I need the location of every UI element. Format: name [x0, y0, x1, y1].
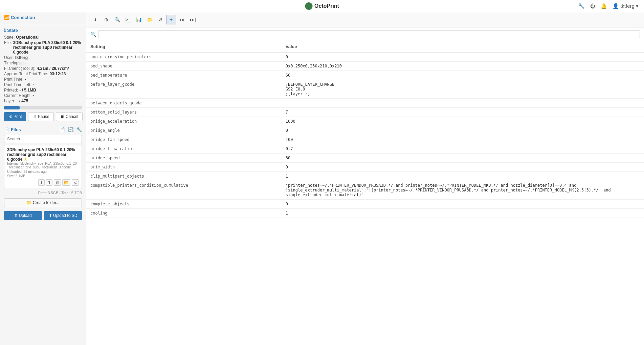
setting-name: cooling	[86, 209, 282, 218]
refresh-icon[interactable]: 🔄	[68, 127, 73, 132]
end-icon[interactable]: ⏭|	[188, 15, 198, 24]
table-row: brim_width0	[86, 163, 644, 172]
brand-name: OctoPrint	[314, 3, 339, 9]
skip-back-icon[interactable]: ⏭	[177, 15, 187, 24]
setting-name: bottom_solid_layers	[86, 108, 282, 117]
slicing-icon[interactable]: ✦	[166, 15, 176, 24]
setting-value: 0.7	[282, 144, 644, 154]
table-row: clip_multipart_objects1	[86, 172, 644, 181]
print-file-icon[interactable]: 🖨	[72, 179, 79, 186]
storage-info: Free: 3.5GB / Total: 5.7GB	[0, 189, 86, 196]
setting-value: 60	[282, 71, 644, 80]
table-row: bed_temperature60	[86, 71, 644, 80]
terminal-icon[interactable]: >_	[123, 15, 133, 24]
current-height-label: Current Height:	[4, 93, 31, 98]
progress-bar-inner	[4, 106, 20, 109]
files-tab-icon[interactable]: 📁	[145, 15, 155, 24]
search-wrap	[0, 134, 86, 145]
delete-icon[interactable]: 🗑	[54, 179, 61, 186]
table-row: bridge_angle0	[86, 126, 644, 135]
table-row: compatible_printers_condition_cumulative…	[86, 181, 644, 200]
cancel-button[interactable]: ⏹ Cancel	[56, 112, 83, 121]
state-row-filament: Filament (Tool 0): 4.21m / 29.77cm³	[4, 66, 82, 71]
file-item-uploaded: Uploaded: 31 minutes ago	[7, 170, 79, 174]
setting-name: bridge_flow_ratio	[86, 144, 282, 154]
user-value: tktferg	[15, 55, 28, 60]
timelapse-icon[interactable]: 📊	[134, 15, 144, 24]
temperature-icon[interactable]: 🌡	[90, 15, 101, 24]
state-label: State:	[4, 35, 15, 40]
setting-name: bridge_speed	[86, 154, 282, 163]
table-row: bottom_solid_layers7	[86, 108, 644, 117]
control-icon[interactable]: ⊕	[101, 15, 111, 24]
print-time-left-label: Print Time Left:	[4, 82, 31, 87]
state-row-layer: Layer: - / 475	[4, 99, 82, 103]
wrench-icon[interactable]: 🔧	[578, 3, 585, 9]
setting-value: 30	[282, 154, 644, 163]
setting-name: bridge_acceleration	[86, 117, 282, 126]
settings-table: Setting Value avoid_crossing_perimeters0…	[86, 41, 644, 218]
right-search-input[interactable]	[98, 30, 640, 38]
setting-name: bridge_angle	[86, 126, 282, 135]
file-value: 3DBenchy spe PLA 235c60 0.1 20% rectilin…	[13, 40, 82, 55]
create-folder-wrap: 📁 Create folder...	[0, 196, 86, 209]
progress-bar	[4, 106, 82, 109]
setting-value: 0	[282, 200, 644, 209]
user-menu[interactable]: 👤 tktferg ▾	[613, 3, 639, 9]
setting-value: 0	[282, 163, 644, 172]
print-controls: 🖨 Print ⏸ Pause ⏹ Cancel	[4, 112, 82, 121]
cancel-icon: ⏹	[60, 114, 64, 119]
setting-value	[282, 99, 644, 108]
print-time-label: Print Time:	[4, 77, 23, 82]
file-item-path: Internal: 3DBenchy_spe_PLA_235c60_0.1_20…	[7, 162, 79, 169]
setting-value: 7	[282, 108, 644, 117]
top-nav-right: 🔧 ⏻ 🔔 👤 tktferg ▾	[578, 3, 639, 9]
gcodeviewer-icon[interactable]: 🔍	[112, 15, 122, 24]
bell-icon[interactable]: 🔔	[601, 3, 607, 9]
setting-name: avoid_crossing_perimeters	[86, 52, 282, 62]
right-search: 🔍	[86, 27, 644, 41]
print-icon: 🖨	[8, 114, 12, 119]
table-row: between_objects_gcode	[86, 99, 644, 108]
file-list: 3DBenchy spe PLA 235c60 0.1 20% rectilin…	[0, 145, 86, 188]
print-time-left-value: -	[33, 82, 34, 87]
layer-label: Layer:	[4, 99, 15, 103]
files-icon: 📄	[4, 127, 9, 132]
pause-icon: ⏸	[32, 114, 37, 119]
approx-value: 03:12:23	[50, 72, 66, 76]
setting-value: "printer_notes=~/.*PRINTER_VENDOR_PRUSA3…	[282, 181, 644, 200]
files-title: 📄 Files	[4, 127, 21, 132]
files-search-input[interactable]	[4, 135, 82, 143]
setting-value: 1000	[282, 117, 644, 126]
upload-sd-button[interactable]: ⬆ Upload to SD	[44, 211, 82, 220]
pause-button[interactable]: ⏸ Pause	[28, 112, 54, 121]
main-layout: 📶 Connection ℹ State State: Operational …	[0, 12, 644, 345]
table-row: bed_shape0x0,250x0,250x210,0x210	[86, 62, 644, 71]
top-navigation: OctoPrint 🔧 ⏻ 🔔 👤 tktferg ▾	[0, 0, 644, 12]
timelapse-value: -	[25, 61, 26, 65]
load-icon[interactable]: 📂	[62, 179, 70, 186]
setting-value: ;BEFORE_LAYER_CHANGE G92 E0.0 ;[layer_z]	[282, 80, 644, 99]
toolbar: 🌡 ⊕ 🔍 >_ 📊 📁 ↺ ✦ ⏭ ⏭|	[86, 12, 644, 27]
recovery-icon[interactable]: ↺	[155, 15, 165, 24]
files-actions: 📄 🔄 🔧	[59, 127, 82, 132]
filament-value: 4.21m / 29.77cm³	[37, 66, 69, 71]
connection-section: 📶 Connection	[0, 12, 86, 25]
file-item: 3DBenchy spe PLA 235c60 0.1 20% rectilin…	[4, 145, 82, 188]
upload-button[interactable]: ⬆ Upload	[4, 211, 42, 220]
print-button[interactable]: 🖨 Print	[4, 112, 26, 121]
filter-icon[interactable]: 🔧	[76, 127, 82, 132]
state-row-height: Current Height: -	[4, 93, 82, 98]
new-file-icon[interactable]: 📄	[59, 127, 65, 132]
right-panel: 🌡 ⊕ 🔍 >_ 📊 📁 ↺ ✦ ⏭ ⏭| 🔍 Setting Value	[86, 12, 644, 345]
setting-name: bridge_fan_speed	[86, 135, 282, 144]
upload-cloud-icon[interactable]: ⬆	[46, 179, 52, 186]
state-title: ℹ State	[4, 28, 82, 33]
current-height-value: -	[33, 93, 34, 98]
file-item-actions: ⬇ ⬆ 🗑 📂 🖨	[7, 179, 79, 186]
power-icon[interactable]: ⏻	[590, 3, 595, 9]
setting-value: 0x0,250x0,250x210,0x210	[282, 62, 644, 71]
create-folder-button[interactable]: 📁 Create folder...	[4, 198, 82, 207]
setting-name: bed_temperature	[86, 71, 282, 80]
download-icon[interactable]: ⬇	[38, 179, 45, 186]
